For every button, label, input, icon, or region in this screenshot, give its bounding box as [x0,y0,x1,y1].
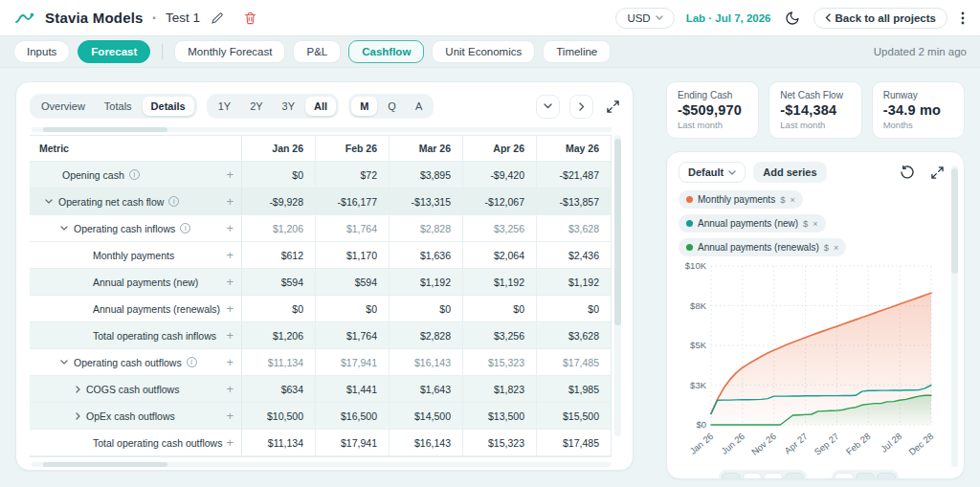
value-cell[interactable]: $0 [242,162,316,188]
view-totals[interactable]: Totals [96,97,141,116]
info-icon[interactable]: i [168,196,179,207]
granularity-q[interactable]: Q [379,97,405,116]
value-cell[interactable]: $13,500 [463,403,537,429]
tab-timeline[interactable]: Timeline [543,40,611,63]
value-cell[interactable]: $3,256 [463,215,537,241]
chart-vertical-scrollbar[interactable] [951,166,958,467]
unit-badge[interactable]: $ [803,218,808,229]
remove-series-icon[interactable]: × [813,219,817,229]
value-cell[interactable]: $16,500 [316,403,390,429]
scrollbar-thumb[interactable] [951,168,958,274]
value-cell[interactable]: $594 [242,269,316,295]
range-all[interactable]: All [305,97,336,116]
table-horizontal-scrollbar-bottom[interactable] [32,462,612,467]
value-cell[interactable]: $15,323 [463,430,537,455]
value-cell[interactable]: $2,828 [390,215,463,241]
remove-series-icon[interactable]: × [790,195,794,205]
value-cell[interactable]: $634 [242,376,316,402]
kebab-menu-icon[interactable] [959,10,967,27]
delete-trash-icon[interactable] [242,10,258,27]
value-cell[interactable]: $15,500 [537,403,611,429]
unit-badge[interactable]: $ [780,194,785,205]
scrollbar-thumb[interactable] [43,462,167,467]
chart-preset-selector[interactable]: Default [679,162,746,183]
value-cell[interactable]: $1,985 [537,376,611,402]
value-cell[interactable]: $3,895 [390,162,463,188]
info-icon[interactable]: i [187,357,197,367]
dark-mode-moon-icon[interactable] [783,9,802,28]
tab-cashflow[interactable]: Cashflow [348,40,424,63]
value-cell[interactable]: $1,764 [316,322,390,348]
value-cell[interactable]: $1,192 [537,269,611,295]
cashflow-chart[interactable]: $0$3K$5K$8K$10KJan 26Jun 26Nov 26Apr 27S… [679,260,949,478]
expand-chart-icon[interactable] [929,165,946,181]
value-cell[interactable]: $1,206 [242,215,316,241]
add-driver-button[interactable]: + [224,302,235,315]
value-cell[interactable]: $0 [390,296,463,321]
value-cell[interactable]: $594 [316,269,390,295]
table-vertical-scrollbar[interactable] [614,135,621,436]
chevron-right-icon[interactable] [76,386,80,393]
back-to-projects-button[interactable]: Back to all projects [813,8,947,29]
legend-chip-monthly-payments[interactable]: Monthly payments$× [679,190,803,209]
value-cell[interactable]: $2,064 [463,242,537,268]
add-driver-button[interactable]: + [224,168,235,181]
clipped-range-controls[interactable] [667,470,950,479]
expand-table-icon[interactable] [605,99,621,115]
value-cell[interactable]: $11,134 [242,430,316,455]
tab-inputs[interactable]: Inputs [13,40,70,63]
chevron-down-icon[interactable] [60,226,68,231]
table-horizontal-scrollbar-top[interactable] [32,127,612,132]
scrollbar-thumb[interactable] [614,139,621,325]
value-cell[interactable]: -$9,928 [242,188,316,214]
add-driver-button[interactable]: + [224,410,235,422]
value-cell[interactable]: $1,764 [316,215,390,241]
value-cell[interactable]: $1,643 [390,376,463,402]
range-3y[interactable]: 3Y [274,97,303,116]
value-cell[interactable]: $17,941 [316,430,390,455]
legend-chip-annual-payments-new[interactable]: Annual payments (new)$× [679,214,826,232]
add-driver-button[interactable]: + [224,276,235,288]
value-cell[interactable]: $1,170 [316,242,390,268]
value-cell[interactable]: $10,500 [242,403,316,429]
add-driver-button[interactable]: + [224,356,235,368]
value-cell[interactable]: $15,323 [463,349,537,375]
add-driver-button[interactable]: + [224,195,235,208]
value-cell[interactable]: $0 [316,296,390,321]
value-cell[interactable]: -$9,420 [463,162,537,188]
value-cell[interactable]: $3,628 [537,322,611,348]
value-cell[interactable]: $3,256 [463,322,537,348]
value-cell[interactable]: $1,192 [463,269,537,295]
value-cell[interactable]: $1,636 [390,242,463,268]
value-cell[interactable]: -$13,857 [537,188,611,214]
value-cell[interactable]: $11,134 [242,349,316,375]
view-details[interactable]: Details [143,97,194,116]
remove-series-icon[interactable]: × [834,243,838,253]
add-driver-button[interactable]: + [224,249,235,261]
add-driver-button[interactable]: + [224,329,235,342]
chevron-right-icon[interactable] [76,412,80,420]
value-cell[interactable]: $0 [537,296,611,321]
scrollbar-thumb[interactable] [43,127,167,132]
info-icon[interactable]: i [129,169,140,180]
value-cell[interactable]: $72 [316,162,390,188]
granularity-m[interactable]: M [351,97,377,116]
value-cell[interactable]: -$13,315 [390,188,463,214]
add-series-button[interactable]: Add series [753,162,826,183]
info-icon[interactable]: i [180,223,190,233]
value-cell[interactable]: $16,143 [390,430,463,455]
value-cell[interactable]: $1,441 [316,376,390,402]
value-cell[interactable]: $1,192 [390,269,463,295]
add-driver-button[interactable]: + [224,436,235,449]
value-cell[interactable]: $1,823 [463,376,537,402]
add-driver-button[interactable]: + [224,222,235,234]
value-cell[interactable]: $17,485 [537,349,611,375]
value-cell[interactable]: $14,500 [390,403,463,429]
tab-monthly-forecast[interactable]: Monthly Forecast [174,40,285,63]
value-cell[interactable]: $0 [463,296,537,321]
tab-forecast[interactable]: Forecast [78,40,150,63]
value-cell[interactable]: $17,485 [537,430,611,455]
next-period-button[interactable] [569,95,593,119]
reset-chart-icon[interactable] [899,164,916,181]
unit-badge[interactable]: $ [824,242,829,253]
